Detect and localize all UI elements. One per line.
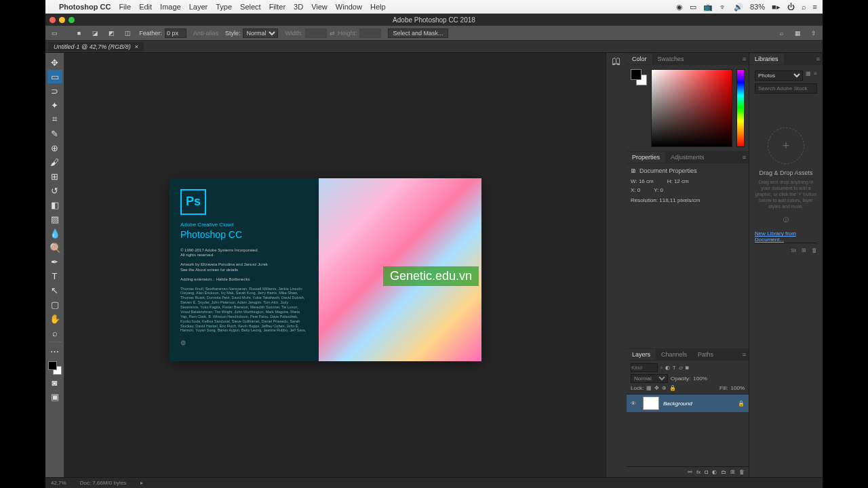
marquee-tool[interactable]: ▭	[47, 70, 62, 83]
blend-mode-select[interactable]: Normal	[631, 374, 668, 383]
close-button[interactable]	[50, 17, 56, 23]
delete-icon[interactable]: 🗑	[812, 247, 817, 253]
drop-zone-icon[interactable]: +	[768, 127, 804, 164]
wifi-icon[interactable]: ᯤ	[719, 3, 727, 11]
eyedropper-tool[interactable]: ✎	[47, 127, 62, 140]
lock-all-icon[interactable]: 🔒	[669, 385, 676, 391]
maximize-button[interactable]	[68, 17, 75, 23]
layer-mask-icon[interactable]: ◘	[705, 469, 708, 475]
stock-icon[interactable]: St	[791, 247, 796, 253]
crop-tool[interactable]: ⌗	[47, 113, 62, 126]
tab-libraries[interactable]: Libraries	[749, 54, 784, 64]
selection-subtract-icon[interactable]: ◩	[106, 28, 116, 38]
lib-panel-menu-icon[interactable]: ≡	[814, 56, 823, 62]
type-tool[interactable]: T	[47, 269, 62, 283]
brush-tool[interactable]: 🖌	[47, 155, 62, 169]
marquee-tool-icon[interactable]: ▭	[50, 28, 59, 38]
new-group-icon[interactable]: 🗀	[721, 469, 726, 475]
close-tab-icon[interactable]: ×	[135, 43, 138, 50]
quickmask-tool[interactable]: ◙	[47, 375, 62, 389]
history-panel-icon[interactable]: 🕮	[612, 56, 621, 477]
screen-icon[interactable]: ▭	[690, 3, 696, 12]
wand-tool[interactable]: ✦	[47, 98, 62, 112]
color-panel-menu-icon[interactable]: ≡	[740, 56, 749, 62]
link-layers-icon[interactable]: ⚯	[688, 469, 692, 475]
dodge-tool[interactable]: 🍭	[47, 241, 62, 254]
filter-adj-icon[interactable]: ◐	[665, 365, 670, 371]
volume-icon[interactable]: 🔊	[734, 3, 743, 12]
style-select[interactable]: Normal	[243, 28, 278, 38]
tab-swatches[interactable]: Swatches	[652, 54, 690, 64]
color-swatches[interactable]	[48, 361, 62, 375]
screenmode-tool[interactable]: ▣	[47, 390, 62, 403]
hand-tool[interactable]: ✋	[47, 312, 62, 325]
library-select[interactable]: Photos	[755, 70, 803, 81]
workspace-icon[interactable]: ▦	[793, 28, 802, 38]
menu-window[interactable]: Window	[336, 3, 362, 11]
lock-artboard-icon[interactable]: ⊕	[662, 385, 667, 391]
new-layer-icon[interactable]: ⊞	[730, 469, 735, 475]
delete-layer-icon[interactable]: 🗑	[739, 469, 745, 475]
layer-filter-kind[interactable]	[631, 363, 658, 372]
color-field[interactable]	[651, 69, 732, 147]
status-doc[interactable]: Doc: 7,66M/0 bytes	[80, 480, 127, 486]
menu-3d[interactable]: 3D	[294, 3, 303, 11]
power-icon[interactable]: ⏻	[787, 3, 795, 11]
filter-shape-icon[interactable]: ▱	[679, 365, 683, 371]
layer-background[interactable]: 👁 Background 🔒	[627, 394, 749, 412]
cc-icon[interactable]: ◉	[676, 3, 683, 12]
canvas-area[interactable]: Ps Adobe Creative Cloud Photoshop CC © 1…	[64, 53, 606, 477]
tab-layers[interactable]: Layers	[627, 349, 656, 360]
hue-slider[interactable]	[736, 69, 745, 147]
lock-position-icon[interactable]: ✥	[654, 385, 659, 391]
menu-help[interactable]: Help	[370, 3, 386, 11]
selection-new-icon[interactable]: ■	[74, 28, 83, 38]
help-icon[interactable]: ⓘ	[783, 216, 789, 224]
menu-image[interactable]: Image	[160, 3, 181, 11]
menu-icon[interactable]: ≡	[813, 3, 817, 11]
menu-type[interactable]: Type	[216, 3, 232, 11]
spotlight-icon[interactable]: ⌕	[802, 3, 806, 11]
list-view-icon[interactable]: ≡	[814, 70, 817, 81]
feather-input[interactable]	[165, 28, 186, 38]
shape-tool[interactable]: ▢	[47, 298, 62, 311]
tab-paths[interactable]: Paths	[692, 349, 719, 360]
add-content-icon[interactable]: ⊞	[802, 247, 806, 253]
gradient-tool[interactable]: ▨	[47, 212, 62, 226]
tab-color[interactable]: Color	[627, 54, 652, 64]
menu-select[interactable]: Select	[240, 3, 261, 11]
move-tool[interactable]: ✥	[47, 56, 62, 69]
stock-search-input[interactable]	[755, 83, 817, 94]
search-icon[interactable]: ⌕	[776, 28, 786, 38]
share-icon[interactable]: ⇧	[809, 28, 818, 38]
battery-icon[interactable]: ■▸	[772, 3, 781, 12]
document-tab[interactable]: Untitled-1 @ 42,7% (RGB/8) ×	[48, 42, 144, 52]
heal-tool[interactable]: ⊕	[47, 141, 62, 155]
menu-layer[interactable]: Layer	[189, 3, 208, 11]
menu-view[interactable]: View	[311, 3, 328, 11]
menu-filter[interactable]: Filter	[269, 3, 285, 11]
history-brush-tool[interactable]: ↺	[47, 184, 62, 197]
menu-file[interactable]: File	[119, 3, 131, 11]
selection-add-icon[interactable]: ◪	[90, 28, 100, 38]
blur-tool[interactable]: 💧	[47, 226, 62, 240]
edit-toolbar-icon[interactable]: ⋯	[47, 344, 62, 358]
minimize-button[interactable]	[59, 17, 65, 23]
filter-image-icon[interactable]: ▫	[660, 365, 663, 371]
grid-view-icon[interactable]: ▦	[806, 70, 811, 81]
selection-intersect-icon[interactable]: ◫	[123, 28, 132, 38]
app-menu[interactable]: Photoshop CC	[59, 3, 111, 11]
eraser-tool[interactable]: ◧	[47, 198, 62, 211]
visibility-icon[interactable]: 👁	[631, 401, 639, 407]
path-tool[interactable]: ↖	[47, 283, 62, 297]
zoom-tool[interactable]: ⌕	[47, 326, 62, 340]
status-zoom[interactable]: 42,7%	[51, 480, 66, 486]
lock-pixels-icon[interactable]: ▦	[646, 385, 652, 391]
layer-name[interactable]: Background	[663, 401, 692, 407]
props-panel-menu-icon[interactable]: ≡	[740, 154, 749, 161]
lock-icon[interactable]: 🔒	[738, 401, 745, 407]
filter-type-icon[interactable]: T	[673, 365, 676, 371]
pen-tool[interactable]: ✒	[47, 255, 62, 268]
opacity-value[interactable]: 100%	[693, 375, 707, 382]
tv-icon[interactable]: 📺	[703, 3, 713, 12]
